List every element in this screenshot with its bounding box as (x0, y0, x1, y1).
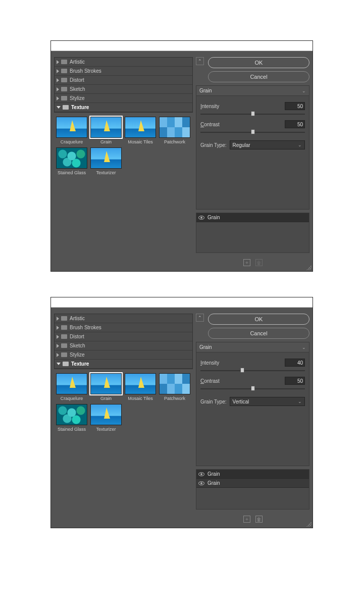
resize-handle[interactable] (306, 265, 311, 270)
contrast-input[interactable] (285, 377, 305, 385)
thumbnail-label: Texturizer (90, 427, 122, 432)
intensity-slider[interactable] (200, 111, 305, 117)
intensity-input[interactable] (285, 359, 305, 367)
thumb-grain[interactable]: Grain (90, 117, 122, 144)
grain-type-label: Grain Type: (200, 142, 227, 148)
filter-name-dropdown[interactable]: Grain⌄ (196, 342, 309, 352)
thumb-stained-glass[interactable]: Stained Glass (56, 147, 87, 175)
effect-layer[interactable]: Grain (196, 479, 309, 488)
folder-icon (61, 325, 67, 330)
titlebar[interactable] (51, 297, 313, 308)
category-brush-strokes[interactable]: Brush Strokes (55, 323, 192, 332)
folder-icon (63, 105, 69, 110)
category-artistic[interactable]: Artistic (55, 314, 192, 323)
ok-button[interactable]: OK (208, 57, 309, 68)
thumb-craquelure[interactable]: Craquelure (56, 373, 87, 401)
thumb-mosaic-tiles[interactable]: Mosaic Tiles (125, 117, 156, 144)
thumbnail-image (90, 404, 122, 425)
filter-gallery-dialog: ArtisticBrush StrokesDistortSketchStyliz… (50, 40, 313, 272)
chevron-right-icon (57, 317, 59, 321)
left-panel: ArtisticBrush StrokesDistortSketchStyliz… (54, 314, 193, 525)
thumbnail-image (125, 373, 156, 394)
filter-name-dropdown[interactable]: Grain⌄ (196, 86, 309, 96)
new-effect-layer-button[interactable]: ＋ (243, 259, 250, 266)
thumbnail-label: Craquelure (56, 139, 87, 144)
chevron-right-icon (57, 69, 59, 73)
category-sketch[interactable]: Sketch (55, 341, 192, 350)
chevron-right-icon (57, 335, 59, 339)
folder-icon (61, 343, 67, 348)
chevron-right-icon (57, 78, 59, 82)
resize-handle[interactable] (306, 522, 311, 527)
folder-icon (61, 78, 67, 82)
thumbnail-image (125, 117, 156, 138)
contrast-input[interactable] (285, 120, 305, 128)
thumb-mosaic-tiles[interactable]: Mosaic Tiles (125, 373, 156, 401)
contrast-slider[interactable] (200, 129, 305, 135)
thumb-patchwork[interactable]: Patchwork (159, 117, 190, 144)
chevron-right-icon (57, 326, 59, 330)
category-distort[interactable]: Distort (55, 76, 192, 85)
category-stylize[interactable]: Stylize (55, 350, 192, 360)
category-label: Sketch (70, 86, 85, 92)
category-stylize[interactable]: Stylize (55, 94, 192, 103)
thumbnail-label: Stained Glass (56, 170, 87, 175)
delete-effect-layer-button[interactable]: 🗑 (255, 516, 263, 523)
effect-layers-panel: GrainGrain (196, 469, 309, 510)
category-label: Stylize (70, 95, 84, 101)
grain-type-select[interactable]: Regular⌄ (230, 140, 305, 149)
eye-icon[interactable] (198, 472, 204, 476)
effect-layer-name: Grain (207, 480, 220, 486)
thumb-grain[interactable]: Grain (90, 373, 122, 401)
eye-icon[interactable] (198, 216, 204, 220)
category-texture[interactable]: Texture (55, 360, 192, 369)
slider-knob[interactable] (251, 129, 255, 134)
category-label: Artistic (70, 316, 85, 321)
slider-knob[interactable] (251, 386, 255, 391)
eye-icon[interactable] (198, 481, 204, 485)
chevron-down-icon: ⌄ (298, 142, 302, 147)
effect-layer[interactable]: Grain (196, 470, 309, 479)
thumbnail-image (56, 147, 87, 169)
effect-layer-name: Grain (207, 215, 220, 220)
intensity-input[interactable] (285, 102, 305, 110)
category-artistic[interactable]: Artistic (55, 58, 192, 67)
intensity-slider[interactable] (200, 368, 305, 374)
slider-knob[interactable] (251, 111, 255, 116)
titlebar[interactable] (51, 41, 313, 51)
filter-name-label: Grain (199, 344, 212, 350)
filter-settings-panel: Grain⌄IntensityContrastGrain Type:Vertic… (196, 342, 309, 466)
folder-icon (61, 316, 67, 321)
collapse-button[interactable]: ⌃ (196, 57, 204, 65)
chevron-right-icon (57, 96, 59, 100)
thumb-patchwork[interactable]: Patchwork (159, 373, 190, 401)
category-distort[interactable]: Distort (55, 332, 192, 341)
category-brush-strokes[interactable]: Brush Strokes (55, 67, 192, 76)
thumb-craquelure[interactable]: Craquelure (56, 117, 87, 144)
category-label: Distort (70, 77, 84, 83)
ok-button[interactable]: OK (208, 314, 309, 325)
collapse-button[interactable]: ⌃ (196, 314, 204, 322)
category-texture[interactable]: Texture (55, 103, 192, 112)
thumb-stained-glass[interactable]: Stained Glass (56, 404, 87, 432)
chevron-down-icon (57, 363, 61, 365)
intensity-label-text: ntensity (202, 104, 219, 109)
grain-type-value: Regular (233, 142, 250, 148)
new-effect-layer-button[interactable]: ＋ (243, 516, 250, 523)
cancel-button[interactable]: Cancel (208, 71, 309, 82)
contrast-slider[interactable] (200, 386, 305, 392)
folder-icon (61, 352, 67, 357)
category-sketch[interactable]: Sketch (55, 85, 192, 94)
folder-icon (61, 87, 67, 91)
grain-type-value: Vertical (233, 399, 249, 405)
effect-layer[interactable]: Grain (196, 213, 309, 222)
thumb-texturizer[interactable]: Texturizer (90, 147, 122, 175)
thumbnail-label: Mosaic Tiles (125, 396, 156, 401)
folder-icon (63, 362, 69, 366)
slider-knob[interactable] (240, 368, 244, 373)
thumb-texturizer[interactable]: Texturizer (90, 404, 122, 432)
effect-layer-name: Grain (207, 471, 220, 477)
category-label: Stylize (70, 352, 84, 358)
cancel-button[interactable]: Cancel (208, 328, 309, 339)
grain-type-select[interactable]: Vertical⌄ (230, 397, 305, 406)
